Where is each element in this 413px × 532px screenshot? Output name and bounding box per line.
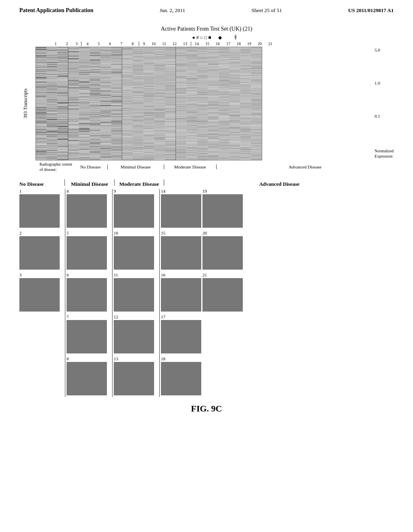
panel-num-9: 9 xyxy=(114,189,158,193)
legend-row: ● # ○ □ ■ ◆ ╫ xyxy=(19,35,394,41)
legend-square-open: □ xyxy=(204,35,207,41)
heatmap-section: Active Patients From Test Set (UK) (21) … xyxy=(19,26,394,172)
xray-img-2 xyxy=(19,236,60,270)
col-12: 12 xyxy=(169,42,180,46)
panel-8: 8 xyxy=(67,357,111,395)
panel-2: 2 xyxy=(19,231,64,270)
panel-num-21: 21 xyxy=(202,273,243,277)
xray-img-3 xyxy=(19,278,60,312)
panel-16: 16 xyxy=(161,273,201,312)
cat-header-minimal: Minimal Disease xyxy=(66,181,113,187)
col-8: 8 xyxy=(127,42,138,46)
scale-low: 0.1 xyxy=(375,114,394,118)
advanced-disease-cols: 14 15 16 xyxy=(161,189,394,397)
xray-img-14 xyxy=(161,194,201,228)
col-16: 16 xyxy=(213,42,223,46)
label-advanced: Advanced Disease xyxy=(217,164,394,169)
divider-2 xyxy=(114,179,115,186)
panel-10: 10 xyxy=(114,231,158,270)
col-13: 13 xyxy=(180,42,190,46)
radiographic-label: Radiographic extentof disease: xyxy=(40,162,72,172)
col-10: 10 xyxy=(148,42,159,46)
legend-crosshair: ╫ xyxy=(234,35,237,41)
minimal-disease-col: 4 5 6 7 xyxy=(67,189,111,397)
scale-label: NormalizedExpression xyxy=(375,148,394,159)
panel-num-7: 7 xyxy=(67,315,111,319)
panel-num-1: 1 xyxy=(19,189,64,193)
panel-12: 12 xyxy=(114,315,158,353)
panel-17: 17 xyxy=(161,315,201,353)
panel-num-15: 15 xyxy=(161,231,201,235)
xray-img-10 xyxy=(114,236,154,270)
legend-square-filled: ■ xyxy=(208,35,211,41)
cat-header-advanced: Advanced Disease xyxy=(165,181,394,187)
xray-img-20 xyxy=(202,236,243,270)
col-19: 19 xyxy=(244,42,254,46)
label-no-disease: No Disease xyxy=(75,164,108,169)
page-header: Patent Application Publication Jun. 2, 2… xyxy=(0,0,413,14)
panel-num-19: 19 xyxy=(202,189,243,193)
panel-5: 5 xyxy=(67,231,111,270)
xray-img-19 xyxy=(202,194,243,228)
header-publication: Patent Application Publication xyxy=(19,7,94,14)
panel-21: 21 xyxy=(202,273,243,312)
no-disease-col: 1 2 3 xyxy=(19,189,64,313)
panel-14: 14 xyxy=(161,189,201,228)
col-7: 7 xyxy=(116,42,127,46)
panel-num-3: 3 xyxy=(19,273,64,277)
main-content: Active Patients From Test Set (UK) (21) … xyxy=(0,14,413,418)
advanced-col-2: 19 20 21 xyxy=(202,189,243,397)
panel-num-4: 4 xyxy=(67,189,111,193)
panel-3: 3 xyxy=(19,273,64,312)
legend-hash: # xyxy=(196,35,199,41)
xray-img-8 xyxy=(67,362,107,395)
cat-header-moderate: Moderate Disease xyxy=(115,181,163,187)
column-numbers: 1 2 3 4 5 6 7 8 9 10 11 12 13 14 15 16 1… xyxy=(19,42,394,46)
xray-img-15 xyxy=(161,236,201,270)
figure-label: FIG. 9C xyxy=(19,403,394,414)
header-date: Jun. 2, 2011 xyxy=(160,7,185,14)
xray-img-11 xyxy=(114,278,154,312)
scale-mid: 1.0 xyxy=(375,81,394,85)
panel-num-6: 6 xyxy=(67,273,111,277)
panel-9: 9 xyxy=(114,189,158,228)
panel-num-18: 18 xyxy=(161,357,201,361)
xray-img-18 xyxy=(161,362,201,395)
panel-num-17: 17 xyxy=(161,315,201,319)
divider-1 xyxy=(65,179,65,186)
xray-img-16 xyxy=(161,278,201,312)
category-headers: No Disease Minimal Disease Moderate Dise… xyxy=(19,179,394,187)
xray-img-6 xyxy=(67,278,107,312)
y-axis-label: 393 Transcripts xyxy=(19,47,31,160)
xray-img-4 xyxy=(67,194,107,228)
panel-num-12: 12 xyxy=(114,315,158,319)
disease-labels-row: No Disease Minimal Disease Moderate Dise… xyxy=(75,164,394,169)
panel-num-14: 14 xyxy=(161,189,201,193)
panel-num-8: 8 xyxy=(67,357,111,361)
xray-img-1 xyxy=(19,194,60,228)
panel-num-11: 11 xyxy=(114,273,158,277)
panel-15: 15 xyxy=(161,231,201,270)
panel-11: 11 xyxy=(114,273,158,312)
panel-7: 7 xyxy=(67,315,111,353)
panel-6: 6 xyxy=(67,273,111,312)
col-18: 18 xyxy=(234,42,244,46)
xray-img-12 xyxy=(114,320,154,353)
x-axis-labels: Radiographic extentof disease: No Diseas… xyxy=(35,162,394,172)
panel-18: 18 xyxy=(161,357,201,395)
legend-diamond: ◆ xyxy=(218,35,222,41)
moderate-disease-col: 9 10 11 12 xyxy=(114,189,158,397)
col-9: 9 xyxy=(140,42,148,46)
divider-col-1 xyxy=(65,189,65,397)
xray-img-13 xyxy=(114,362,154,395)
col-3: 3 xyxy=(73,42,81,46)
image-panels-section: No Disease Minimal Disease Moderate Dise… xyxy=(19,179,394,397)
panel-4: 4 xyxy=(67,189,111,228)
legend-dot: ● xyxy=(192,35,195,41)
panel-num-10: 10 xyxy=(114,231,158,235)
panel-num-20: 20 xyxy=(202,231,243,235)
divider-3 xyxy=(164,179,164,186)
header-sheet: Sheet 25 of 51 xyxy=(251,7,282,14)
color-scale: 5.0 1.0 0.1 NormalizedExpression xyxy=(375,47,394,160)
heatmap-title: Active Patients From Test Set (UK) (21) xyxy=(19,26,394,32)
